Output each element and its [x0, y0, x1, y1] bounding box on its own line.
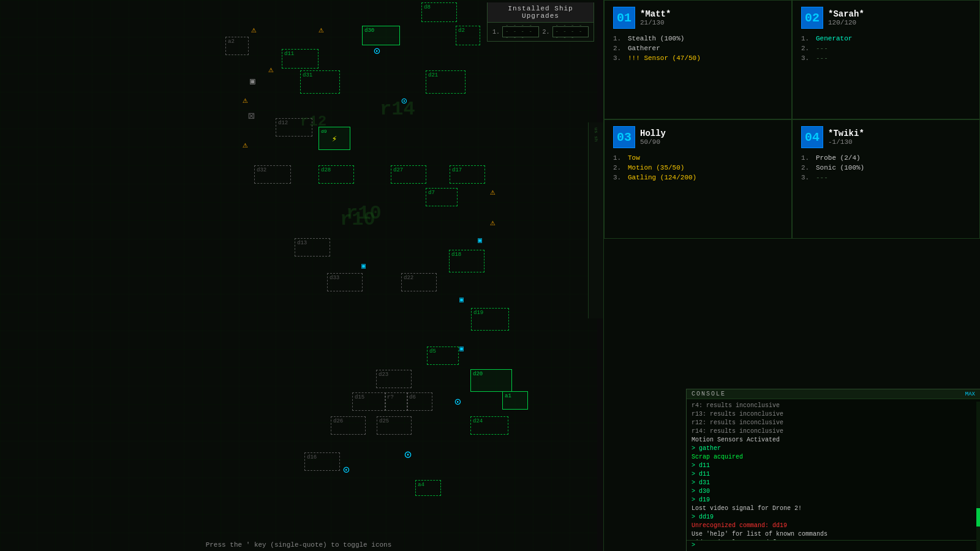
ability-03-1: 2.Motion (35/50)	[613, 164, 783, 171]
room-d23: d23	[376, 370, 412, 388]
ability-name-04-1: Sonic (100%)	[816, 164, 864, 171]
ability-num-01-1: 2.	[613, 45, 624, 52]
console-line-12: Lost video signal for Drone 2!	[692, 504, 975, 513]
room-d7: d7	[426, 188, 458, 206]
ability-02-0: 1.Generator	[801, 35, 971, 42]
console-line-2: r12: results inconclusive	[692, 419, 975, 427]
console-body: r4: results inconclusiver13: results inc…	[687, 399, 980, 540]
char-name-01: *Matt*	[640, 9, 671, 19]
robot-circle-icon: ⊙	[454, 395, 461, 408]
char-hp-03: 50/90	[640, 138, 666, 146]
ability-name-01-0: Stealth (100%)	[628, 35, 684, 42]
ability-num-01-2: 3.	[613, 54, 624, 62]
ability-num-04-0: 1.	[801, 154, 812, 162]
room-d19: d19	[471, 308, 509, 331]
room-d21: d21	[426, 70, 466, 94]
char-num-02: 02	[801, 7, 823, 29]
room-d11: d11	[282, 49, 318, 69]
char-header-01: 01*Matt*21/130	[613, 7, 783, 29]
char-card-02: 02*Sarah*120/1201.Generator2.---3.---	[792, 0, 980, 119]
upgrades-panel: Installed Ship Upgrades 1. - - - - - - -…	[487, 2, 594, 42]
room-d12: d12	[276, 118, 312, 137]
side-edge-panel: us sh	[588, 122, 603, 318]
char-abilities-03: 1.Tow2.Motion (35/50)3.Gatling (124/200)	[613, 154, 783, 181]
compass-icon: ⊠	[248, 109, 255, 122]
ability-num-03-0: 1.	[613, 154, 624, 162]
console-line-8: > d11	[692, 470, 975, 479]
room-d5: d5	[427, 347, 459, 365]
console-input-area[interactable]: >	[687, 540, 980, 551]
danger-icon-1: ⚠	[251, 24, 256, 35]
console-max-button[interactable]: MAX	[965, 391, 975, 397]
char-name-02: *Sarah*	[828, 9, 864, 19]
console-line-3: r14: results inconclusive	[692, 427, 975, 436]
console-prompt-symbol: >	[692, 542, 695, 549]
ability-num-01-0: 1.	[613, 35, 624, 42]
ability-name-01-2: !!! Sensor (47/50)	[628, 54, 701, 62]
room-d18: d18	[449, 250, 484, 272]
room-d22: d22	[401, 273, 437, 291]
danger-icon-5: ⚠	[243, 140, 247, 150]
ability-02-1: 2.---	[801, 45, 971, 52]
ability-04-2: 3.---	[801, 174, 971, 181]
char-card-03: 03Holly50/901.Tow2.Motion (35/50)3.Gatli…	[604, 119, 792, 239]
map-area: r14 r10 d8 Installed Ship Upgrades 1. - …	[0, 0, 597, 551]
ability-03-0: 1.Tow	[613, 154, 783, 162]
console-line-1: r13: results inconclusive	[692, 410, 975, 419]
char-hp-01: 21/130	[640, 19, 671, 26]
console-line-10: > d30	[692, 487, 975, 496]
ability-04-1: 2.Sonic (100%)	[801, 164, 971, 171]
ability-num-04-2: 3.	[801, 174, 812, 181]
ability-num-04-1: 2.	[801, 164, 812, 171]
console-line-0: r4: results inconclusive	[692, 402, 975, 410]
ability-num-02-0: 1.	[801, 35, 812, 42]
ability-04-0: 1.Probe (2/4)	[801, 154, 971, 162]
ability-01-0: 1.Stealth (100%)	[613, 35, 783, 42]
room-d16: d16	[304, 452, 340, 471]
console-line-5: > gather	[692, 444, 975, 453]
scrap-icon: ▣	[250, 76, 255, 86]
room-d8: d8	[421, 2, 457, 22]
room-d32: d32	[254, 165, 291, 184]
char-header-02: 02*Sarah*120/120	[801, 7, 971, 29]
ability-name-04-0: Probe (2/4)	[816, 154, 861, 162]
console-input[interactable]	[698, 542, 975, 549]
camera-icon-2: ▣	[361, 261, 366, 271]
ability-num-03-2: 3.	[613, 174, 624, 181]
ability-num-03-1: 2.	[613, 164, 624, 171]
danger-icon-2: ⚠	[318, 24, 323, 35]
room-r?: r?	[385, 392, 408, 411]
room-d30: d30	[362, 26, 400, 45]
robot-icon-1: ⊙	[374, 44, 380, 58]
char-name-04: *Twiki*	[828, 129, 864, 138]
console-line-6: Scrap acquired	[692, 453, 975, 462]
slot2-dashes: - - - - - - - - - - -	[556, 23, 586, 41]
console-scrollbar-thumb	[976, 508, 980, 527]
bottom-bar: Press the ' key (single-quote) to toggle…	[0, 539, 597, 551]
char-num-03: 03	[613, 126, 635, 148]
console-line-7: > d11	[692, 462, 975, 470]
room-d28: d28	[318, 165, 354, 184]
camera-icon-1: ▣	[478, 236, 482, 245]
room-a1: a1	[502, 391, 528, 410]
ability-02-2: 3.---	[801, 54, 971, 62]
camera-icon-4: ▣	[459, 344, 464, 353]
char-card-01: 01*Matt*21/1301.Stealth (100%)2.Gatherer…	[604, 0, 792, 119]
character-grid: 01*Matt*21/1301.Stealth (100%)2.Gatherer…	[604, 0, 980, 239]
console-title: CONSOLE	[692, 391, 726, 397]
upgrades-title: Installed Ship Upgrades	[488, 2, 594, 23]
console-line-14: Unrecognized command: dd19	[692, 522, 975, 530]
console-scrollbar[interactable]	[976, 402, 980, 551]
room-d27: d27	[391, 165, 426, 184]
ability-name-04-2: ---	[816, 174, 828, 181]
ability-name-02-2: ---	[816, 54, 828, 62]
console-line-9: > d31	[692, 479, 975, 487]
ability-num-02-1: 2.	[801, 45, 812, 52]
ability-num-02-2: 3.	[801, 54, 812, 62]
slot1-num: 1.	[492, 29, 500, 36]
console-panel[interactable]: CONSOLE MAX r4: results inconclusiver13:…	[686, 389, 980, 551]
ability-name-02-1: ---	[816, 45, 828, 52]
slot1-dashes: - - - - - - - - - - -	[505, 23, 535, 41]
ability-name-01-1: Gatherer	[628, 45, 660, 52]
robot-icon-2: ⊙	[401, 95, 407, 107]
